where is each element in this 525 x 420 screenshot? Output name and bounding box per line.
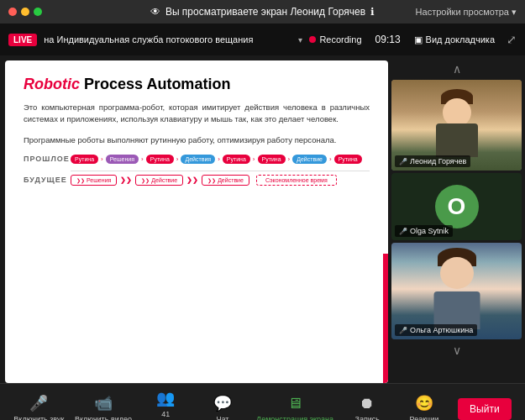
title-robotic: Robotic xyxy=(24,76,80,92)
chat-label: Чат xyxy=(216,415,228,420)
presentation-area: Robotic Process Automation Это компьютер… xyxy=(5,60,388,383)
slide-title: Robotic Process Automation xyxy=(24,76,370,93)
screen-share-icon: 🖥 xyxy=(287,395,302,412)
recording-label: Recording xyxy=(319,34,361,45)
participants-icon: 👥 xyxy=(156,389,175,407)
toolbar-video[interactable]: 📹 Включить видео xyxy=(75,394,132,420)
record-label: Запись xyxy=(354,415,380,421)
video-camera-icon: 📹 xyxy=(94,394,113,412)
view-mode[interactable]: ▣ Вид докладчика xyxy=(414,34,495,45)
toolbar-participants[interactable]: 👥 41 Участники xyxy=(143,389,189,421)
minimize-dot[interactable] xyxy=(21,8,29,16)
viewing-notice: 👁 Вы просматриваете экран Леонид Горячев… xyxy=(150,6,375,18)
past-row: ПРОШЛОЕ Рутина › Решения › Рутина › Дейс… xyxy=(24,155,370,164)
exit-button[interactable]: Выйти xyxy=(458,398,512,420)
pill-5: Рутина xyxy=(223,155,250,164)
settings-button[interactable]: Настройки просмотра ▾ xyxy=(416,7,517,18)
pill-4: Действия xyxy=(181,155,215,164)
main-area: Robotic Process Automation Это компьютер… xyxy=(0,55,525,383)
pill-2: Решения xyxy=(106,155,139,164)
stream-dropdown[interactable]: ▾ xyxy=(298,35,302,45)
future-row: БУДУЩЕЕ Решения ❯❯ Действие ❯❯ Действие … xyxy=(24,175,370,186)
past-label: ПРОШЛОЕ xyxy=(24,155,66,163)
future-pills: Решения ❯❯ Действие ❯❯ Действие Сэкономл… xyxy=(71,175,337,186)
expand-icon[interactable]: ⤢ xyxy=(507,33,517,46)
rec-dot xyxy=(309,36,316,43)
avatar-circle: O xyxy=(435,185,479,228)
record-icon: ⏺ xyxy=(360,395,375,412)
live-badge: LIVE xyxy=(8,34,37,46)
bottom-toolbar: 🎤 Включить звук 📹 Включить видео 👥 41 Уч… xyxy=(0,383,525,420)
pill-8: Рутина xyxy=(334,155,362,164)
fullscreen-dot[interactable] xyxy=(34,8,42,16)
right-panel: ∧ 🎤 Леонид Горячев O 🎤 Olga Sytnik xyxy=(391,55,522,383)
slide-content: Robotic Process Automation Это компьютер… xyxy=(5,60,388,383)
video-feed-3: 🎤 Ольга Артюшкина xyxy=(391,243,522,339)
title-process: Process xyxy=(80,76,146,92)
future-label: БУДУЩЕЕ xyxy=(24,176,66,184)
future-pill-2: Действие xyxy=(135,175,183,186)
toolbar-record[interactable]: ⏺ Запись xyxy=(344,395,391,421)
recording-indicator: Recording xyxy=(309,34,361,45)
view-icon: ▣ xyxy=(414,34,423,45)
microphone-icon: 🎤 xyxy=(29,394,48,412)
pill-6: Рутина xyxy=(258,155,286,164)
future-pill-3: Действие xyxy=(202,175,249,186)
avatar-name-2: 🎤 Olga Sytnik xyxy=(395,225,453,237)
avatar-feed-2: O 🎤 Olga Sytnik xyxy=(391,173,522,240)
title-automation: Automation xyxy=(146,76,230,92)
info-icon: ℹ xyxy=(370,6,375,18)
eye-icon: 👁 xyxy=(150,6,160,18)
traffic-lights xyxy=(8,8,42,16)
video-feed-1: 🎤 Леонид Горячев xyxy=(391,80,522,171)
toolbar-chat[interactable]: 💬 Чат xyxy=(199,394,245,420)
pill-3: Рутина xyxy=(146,155,174,164)
future-pill-1: Решения xyxy=(71,175,117,186)
toolbar-reactions[interactable]: 😊 Реакции xyxy=(401,394,447,420)
stream-label: на Индивидуальная служба потокового веща… xyxy=(44,34,291,45)
control-bar: LIVE на Индивидуальная служба потокового… xyxy=(0,24,525,55)
future-time: Сэкономленное время xyxy=(256,175,337,186)
past-pills: Рутина › Решения › Рутина › Действия › Р… xyxy=(71,155,362,164)
chat-icon: 💬 xyxy=(213,394,232,412)
participants-label: 41 xyxy=(161,410,170,418)
toolbar-audio[interactable]: 🎤 Включить звук xyxy=(13,394,64,420)
video-label: Включить видео xyxy=(75,415,132,420)
video-name-3: 🎤 Ольга Артюшкина xyxy=(395,324,477,336)
screen-label: Демонстрация экрана xyxy=(256,415,333,421)
pink-bar xyxy=(383,254,388,383)
toolbar-screen-share[interactable]: 🖥 Демонстрация экрана xyxy=(256,395,333,421)
reactions-label: Реакции xyxy=(410,415,439,420)
video-name-1: 🎤 Леонид Горячев xyxy=(395,155,470,167)
top-bar: 👁 Вы просматриваете экран Леонид Горячев… xyxy=(0,0,525,24)
pill-1: Рутина xyxy=(71,155,98,164)
pill-7: Действие xyxy=(292,155,327,164)
slide-para2: Программные роботы выполняют рутинную ра… xyxy=(24,134,370,146)
time-display: 09:13 xyxy=(375,34,401,45)
process-section: ПРОШЛОЕ Рутина › Решения › Рутина › Дейс… xyxy=(24,155,370,186)
scroll-up-arrow[interactable]: ∧ xyxy=(391,60,522,77)
audio-label: Включить звук xyxy=(13,415,64,420)
slide-para1: Это компьютерная программа-робот, котора… xyxy=(24,102,370,126)
reactions-icon: 😊 xyxy=(415,394,433,412)
scroll-down-arrow[interactable]: ∨ xyxy=(391,342,522,359)
close-dot[interactable] xyxy=(8,8,17,16)
